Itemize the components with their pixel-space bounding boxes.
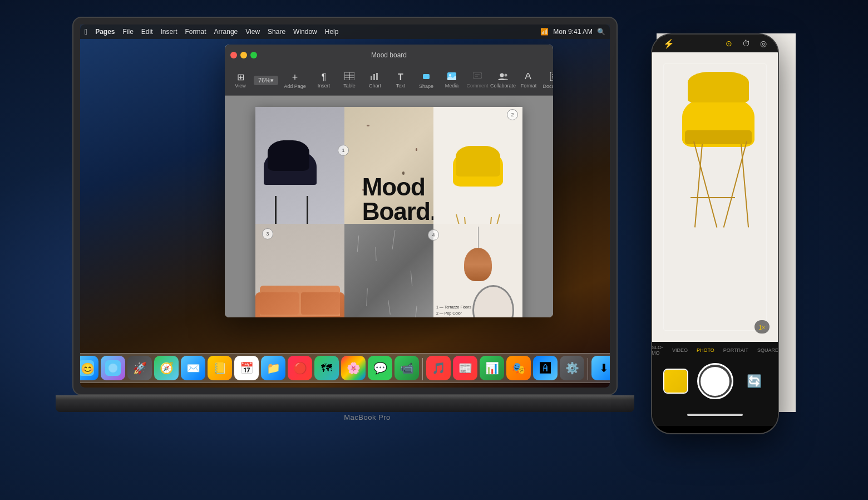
macbook-base (56, 395, 634, 412)
dock-icon-launchpad[interactable]: 🚀 (127, 356, 152, 380)
dock-icon-reminders[interactable]: 🔴 (288, 356, 312, 380)
dock-icon-files[interactable]: 📁 (261, 356, 285, 380)
dock-icon-music[interactable]: 🎵 (426, 356, 451, 380)
iphone-status-center: ⊙ ⏱ ◎ (726, 39, 767, 48)
macbook-label-container: MacBook Pro (312, 412, 423, 422)
shape-label: Shape (419, 84, 433, 89)
insert-icon: ¶ (322, 73, 327, 82)
menubar-insert[interactable]: Insert (161, 28, 177, 36)
toolbar-media-button[interactable]: Media (440, 70, 464, 91)
addpage-label: Add Page (284, 84, 306, 89)
dock-icon-downloads[interactable]: ⬇ (591, 356, 610, 380)
mode-photo[interactable]: PHOTO (697, 347, 714, 353)
dock-icon-photos[interactable]: 🌸 (341, 356, 366, 380)
view-label: View (235, 83, 245, 89)
minimize-button[interactable] (240, 52, 247, 58)
macbook-model-label: MacBook Pro (344, 413, 391, 421)
dock-icon-facetime[interactable]: 📹 (394, 356, 419, 380)
iphone-status-bar: ⚡ ⊙ ⏱ ◎ (652, 35, 778, 52)
dock-icon-appstore[interactable]: 🅰 (533, 356, 558, 380)
toolbar-addpage-button[interactable]: + Add Page (283, 70, 307, 91)
dock-icon-notes[interactable]: 📒 (208, 356, 232, 380)
cell-stone-texture: Mood Board. (344, 107, 433, 224)
number-badge-1: 1 (338, 145, 349, 156)
cell-decor: 1 — Terrazzo Floors 2 — Pop Color 3 — Wa… (433, 224, 522, 317)
menubar-file[interactable]: File (122, 28, 133, 36)
text-label: Text (396, 83, 406, 89)
dock-icon-messages[interactable]: 💬 (368, 356, 392, 380)
collaborate-icon (498, 72, 508, 82)
dock-icon-mail[interactable]: ✉️ (181, 356, 205, 380)
insert-label: Insert (318, 83, 331, 89)
menubar-arrange[interactable]: Arrange (214, 28, 238, 36)
pages-window: Mood board ⊞ View 76%▾ + (225, 45, 553, 317)
media-icon (447, 72, 456, 82)
document-icon (550, 72, 553, 82)
toolbar-text-button[interactable]: T Text (388, 71, 413, 91)
flip-camera-button[interactable]: 🔄 (742, 369, 767, 394)
toolbar-document-button[interactable]: Document (542, 70, 553, 91)
camera-mode-bar: SLO-MO VIDEO PHOTO PORTRAIT SQUARE (652, 342, 778, 359)
menubar-edit[interactable]: Edit (141, 28, 153, 36)
mode-video[interactable]: VIDEO (672, 347, 688, 353)
fullscreen-button[interactable] (250, 52, 257, 58)
last-photo-thumbnail[interactable] (663, 369, 688, 394)
mode-square[interactable]: SQUARE (757, 347, 778, 353)
comment-label: Comment (467, 83, 489, 89)
document-canvas[interactable]: 1 2 3 4 (225, 96, 553, 317)
dock-icon-calendar[interactable]: 📅 (234, 356, 259, 380)
live-icon: ◎ (760, 39, 767, 48)
svg-rect-7 (423, 74, 430, 79)
macbook-screen:  Pages File Edit Insert Format Arrange … (80, 24, 610, 388)
menubar-help[interactable]: Help (325, 28, 339, 36)
toolbar-zoom-button[interactable]: 76%▾ (254, 76, 278, 85)
menubar-window[interactable]: Window (293, 28, 317, 36)
menubar-share[interactable]: Share (268, 28, 285, 36)
mode-slomo[interactable]: SLO-MO (652, 345, 663, 356)
flash-icon: ⚡ (663, 38, 674, 49)
camera-viewfinder: 1× (652, 52, 778, 342)
menubar-wifi-icon: 📶 (540, 28, 549, 36)
dock-icon-news[interactable]: 📰 (453, 356, 477, 380)
toolbar-comment-button[interactable]: Comment (465, 70, 490, 91)
menubar-app-name[interactable]: Pages (95, 28, 115, 36)
toolbar-format-button[interactable]: Format (516, 70, 541, 91)
home-indicator[interactable] (687, 414, 743, 416)
cell-fur (344, 224, 433, 317)
timer-icon: ⏱ (742, 39, 750, 48)
dock-separator-2 (588, 358, 588, 380)
dock-icon-settings[interactable]: ⚙️ (560, 356, 584, 380)
toolbar-table-button[interactable]: Table (337, 70, 362, 91)
toolbar-shape-button[interactable]: Shape (414, 70, 438, 91)
shutter-button[interactable] (697, 363, 733, 399)
svg-point-9 (449, 74, 451, 76)
view-icon: ⊞ (237, 73, 244, 82)
chair-in-frame (671, 63, 778, 342)
menubar-format[interactable]: Format (185, 28, 206, 36)
dock-icon-maps[interactable]: 🗺 (314, 356, 339, 380)
toolbar-chart-button[interactable]: Chart (363, 70, 387, 91)
dock-icon-siri[interactable] (101, 356, 125, 380)
mood-text-2: Board. (362, 199, 433, 224)
pages-document[interactable]: 1 2 3 4 (255, 107, 522, 317)
close-button[interactable] (230, 52, 237, 58)
collaborate-label: Collaborate (490, 83, 516, 89)
menubar-search-icon[interactable]: 🔍 (597, 28, 605, 36)
toolbar-insert-button[interactable]: ¶ Insert (312, 71, 336, 91)
home-indicator-bar (652, 404, 778, 426)
apple-menu[interactable]:  (85, 27, 87, 36)
dock-icon-safari[interactable]: 🧭 (154, 356, 179, 380)
chart-label: Chart (369, 83, 381, 89)
zoom-value: 76%▾ (258, 77, 274, 84)
svg-point-14 (505, 74, 507, 77)
window-titlebar: Mood board (225, 45, 553, 66)
hdr-icon: ⊙ (726, 39, 732, 48)
toolbar-collaborate-button[interactable]: Collaborate (491, 70, 515, 91)
toolbar-view-button[interactable]: ⊞ View (228, 71, 253, 91)
dock-icon-keynote[interactable]: 🎭 (506, 356, 531, 380)
menubar-view[interactable]: View (245, 28, 260, 36)
mode-portrait[interactable]: PORTRAIT (723, 347, 748, 353)
dock-icon-numbers[interactable]: 📊 (480, 356, 504, 380)
iphone-screen: ⚡ ⊙ ⏱ ◎ (652, 35, 778, 433)
dock-icon-finder[interactable]: 😊 (80, 356, 98, 380)
